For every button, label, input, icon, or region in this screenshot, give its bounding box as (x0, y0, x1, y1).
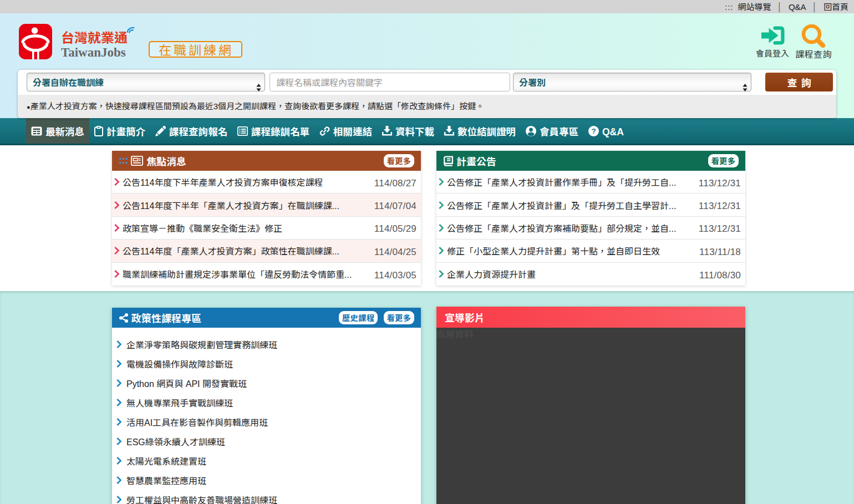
svg-text:?: ? (591, 127, 596, 135)
